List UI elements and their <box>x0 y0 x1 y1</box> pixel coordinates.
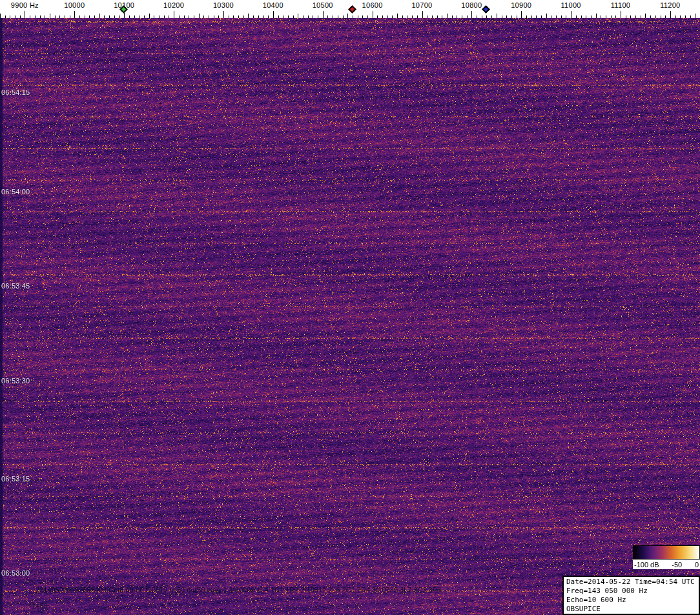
legend-min-label: -100 dB <box>634 561 659 569</box>
minor-tick <box>367 15 368 18</box>
minor-tick <box>506 15 507 18</box>
minor-tick <box>526 15 527 18</box>
freq-tick-label: 11200 <box>660 1 680 9</box>
minor-tick <box>581 15 582 18</box>
blue-marker-icon[interactable] <box>482 5 491 14</box>
minor-tick <box>15 15 15 18</box>
minor-tick <box>690 15 691 18</box>
minor-tick <box>596 14 597 18</box>
minor-tick <box>655 15 656 18</box>
minor-tick <box>358 15 358 18</box>
freq-tick-label: 9900 Hz <box>11 1 39 9</box>
minor-tick <box>556 15 557 18</box>
info-frequency: Freq=143 050 000 Hz <box>566 587 696 596</box>
minor-tick <box>159 15 160 18</box>
minor-tick <box>59 15 60 18</box>
minor-tick <box>119 15 120 18</box>
minor-tick <box>601 15 601 18</box>
major-tick <box>571 11 571 18</box>
minor-tick <box>293 15 294 18</box>
minor-tick <box>685 15 686 18</box>
minor-tick <box>149 14 150 18</box>
minor-tick <box>641 15 641 18</box>
minor-tick <box>442 15 442 18</box>
minor-tick <box>144 15 145 18</box>
minor-tick <box>591 15 592 18</box>
minor-tick <box>268 15 269 18</box>
minor-tick <box>189 15 189 18</box>
major-tick <box>323 11 324 18</box>
minor-tick <box>55 15 56 18</box>
minor-tick <box>382 15 383 18</box>
minor-tick <box>333 15 333 18</box>
minor-tick <box>109 15 110 18</box>
freq-tick-label: 10400 <box>263 1 283 9</box>
minor-tick <box>89 15 90 18</box>
major-tick <box>74 11 75 18</box>
minor-tick <box>248 14 249 18</box>
minor-tick <box>338 15 338 18</box>
freq-tick-label: 10500 <box>313 1 333 9</box>
minor-tick <box>377 15 378 18</box>
spectrogram-canvas[interactable] <box>0 18 700 615</box>
major-tick <box>223 11 224 18</box>
minor-tick <box>551 15 551 18</box>
major-tick <box>521 11 522 18</box>
minor-tick <box>199 14 200 18</box>
minor-tick <box>85 15 85 18</box>
minor-tick <box>283 15 283 18</box>
minor-tick <box>233 15 234 18</box>
minor-tick <box>45 15 45 18</box>
minor-tick <box>169 15 169 18</box>
minor-tick <box>298 14 298 18</box>
minor-tick <box>347 14 348 18</box>
minor-tick <box>491 15 492 18</box>
minor-tick <box>99 14 100 18</box>
minor-tick <box>392 15 393 18</box>
minor-tick <box>179 15 180 18</box>
info-station: OBSUPICE <box>566 605 696 614</box>
observation-info-box: Date=2014-05-22 Time=04:54 UTC Freq=143 … <box>562 576 700 615</box>
minor-tick <box>586 15 586 18</box>
time-tick-label: 06:53:45 <box>1 282 30 290</box>
detection-status-line: 20140522045255540 hCnt8 nb-60 f10610 hit… <box>36 586 442 594</box>
minor-tick <box>417 15 418 18</box>
minor-tick <box>343 15 344 18</box>
minor-tick <box>362 15 363 18</box>
freq-tick-label: 10700 <box>411 1 432 9</box>
red-marker-icon[interactable] <box>348 5 356 14</box>
minor-tick <box>318 15 318 18</box>
minor-tick <box>626 15 626 18</box>
cursor-readout: ^1+55 <box>28 602 48 610</box>
minor-tick <box>129 15 130 18</box>
minor-tick <box>184 15 185 18</box>
minor-tick <box>134 15 135 18</box>
minor-tick <box>10 15 10 18</box>
minor-tick <box>511 15 512 18</box>
legend-max-label: 0 <box>695 561 699 569</box>
minor-tick <box>452 15 453 18</box>
minor-tick <box>432 15 433 18</box>
minor-tick <box>402 15 403 18</box>
major-tick <box>621 11 621 18</box>
minor-tick <box>79 15 80 18</box>
minor-tick <box>447 14 448 18</box>
minor-tick <box>517 15 517 18</box>
minor-tick <box>0 14 1 18</box>
minor-tick <box>209 15 209 18</box>
major-tick <box>471 11 472 18</box>
info-date-time: Date=2014-05-22 Time=04:54 UTC <box>566 578 696 587</box>
intensity-legend: -100 dB -50 0 <box>633 545 700 569</box>
freq-tick-label: 10900 <box>511 1 531 9</box>
minor-tick <box>502 15 502 18</box>
minor-tick <box>462 15 462 18</box>
legend-labels: -100 dB -50 0 <box>633 560 700 569</box>
minor-tick <box>412 15 413 18</box>
time-tick-label: 06:53:30 <box>1 377 30 385</box>
freq-tick-label: 10800 <box>461 1 482 9</box>
minor-tick <box>229 15 229 18</box>
minor-tick <box>611 15 612 18</box>
minor-tick <box>387 15 388 18</box>
minor-tick <box>258 15 259 18</box>
freq-tick-label: 10600 <box>362 1 383 9</box>
